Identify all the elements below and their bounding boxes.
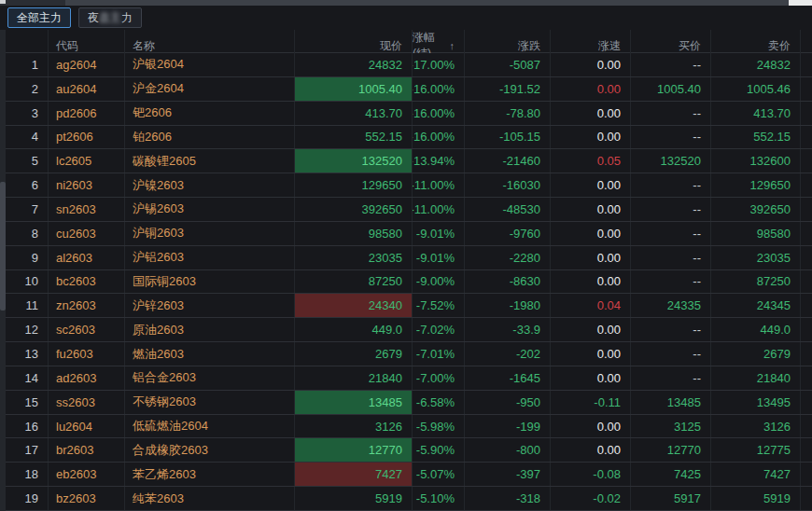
last-price-cell: 3126 [295,415,413,438]
table-row[interactable]: 3pd2606钯2606413.70-16.00%-78.800.00--413… [0,102,812,126]
ask-price-cell: 2679 [711,342,801,366]
change-cell: -5087 [465,53,551,76]
contract-code-cell: pd2606 [49,102,125,125]
change-speed-cell: 0.00 [551,126,631,149]
table-row[interactable]: 7sn2603沪锡2603392650-11.00%-485300.00--39… [0,198,812,222]
table-row[interactable]: 8cu2603沪铜260398580-9.01%-97600.00--98580 [0,222,812,246]
change-speed-cell: 0.00 [551,77,631,101]
table-row[interactable]: 9al2603沪铝260323035-9.01%-22800.00--23035 [0,246,812,270]
row-number: 7 [0,198,49,221]
row-number: 6 [0,173,49,197]
contract-name-cell: 钯2606 [125,102,295,125]
table-row[interactable]: 12sc2603原油2603449.0-7.02%-33.90.00--449.… [0,318,812,342]
last-price-cell: 23035 [295,246,413,269]
change-cell: -950 [465,391,551,414]
change-pct-cell: -9.01% [413,222,465,245]
contract-name-cell: 碳酸锂2605 [125,149,295,173]
table-row[interactable]: 2au2604沪金26041005.40-16.00%-191.520.0010… [0,77,812,102]
change-pct-cell: -5.10% [413,487,465,510]
ask-price-cell: 552.15 [711,126,801,149]
row-number: 10 [0,270,49,294]
contract-name-cell: 沪铜2603 [125,222,295,245]
row-number: 3 [0,102,49,125]
contract-code-cell: ss2603 [49,391,125,414]
last-price-cell: 21840 [295,366,413,390]
row-number: 14 [0,366,49,390]
table-row[interactable]: 19bz2603纯苯26035919-5.10%-318-0.025917591… [0,487,812,511]
change-pct-cell: -11.00% [413,198,465,221]
contract-code-cell: zn2603 [49,294,125,317]
bid-price-cell: -- [631,318,711,341]
ask-price-cell: 12775 [711,438,801,462]
row-number: 13 [0,342,49,366]
table-row[interactable]: 16lu2604低硫燃油26043126-5.98%-1990.00312531… [0,415,812,439]
contract-name-cell: 燃油2603 [125,342,295,366]
table-row[interactable]: 14ad2603铝合金260321840-7.00%-16450.00--218… [0,366,812,391]
tab-all-main-label: 全部主力 [17,11,62,24]
left-scrollbar[interactable] [0,30,6,511]
tab-all-main-contracts[interactable]: 全部主力 [7,7,71,28]
left-scrollbar-thumb[interactable] [0,182,6,311]
table-body: 1ag2604沪银260424832-17.00%-50870.00--2483… [0,53,812,511]
change-cell: -1645 [465,366,551,390]
row-spacer [801,270,812,294]
contract-code-cell: eb2603 [49,463,125,486]
contract-name-cell: 国际铜2603 [125,270,295,294]
change-speed-cell: 0.00 [551,173,631,197]
contract-code-cell: sn2603 [49,198,125,221]
contract-name-cell: 沪铝2603 [125,246,295,269]
change-pct-cell: -17.00% [413,53,465,76]
table-header: 代码 名称 现价 涨幅(结)↑ 涨跌 涨速 买价 卖价 [0,30,812,53]
contract-name-cell: 沪锡2603 [125,198,295,221]
change-pct-cell: -5.90% [413,438,465,462]
change-pct-cell: -5.98% [413,415,465,438]
ask-price-cell: 24345 [711,294,801,317]
bid-price-cell: 1005.40 [631,77,711,101]
table-row[interactable]: 1ag2604沪银260424832-17.00%-50870.00--2483… [0,53,812,77]
change-speed-cell: 0.00 [551,342,631,366]
last-price-cell: 98580 [295,222,413,245]
change-speed-cell: -0.02 [551,487,631,510]
change-pct-cell: -7.52% [413,294,465,317]
table-row[interactable]: 11zn2603沪锌260324340-7.52%-19800.04243352… [0,294,812,318]
ask-price-cell: 132600 [711,149,801,173]
row-spacer [801,102,812,125]
ask-price-cell: 1005.46 [711,77,801,101]
last-price-cell: 129650 [295,173,413,197]
table-row[interactable]: 10bc2603国际铜260387250-9.00%-86300.00--872… [0,270,812,295]
row-spacer [801,342,812,366]
ask-price-cell: 87250 [711,270,801,294]
ask-price-cell: 5919 [711,487,801,510]
ask-price-cell: 98580 [711,222,801,245]
contract-name-cell: 低硫燃油2604 [125,415,295,438]
row-number: 19 [0,487,49,510]
row-spacer [801,463,812,486]
change-cell: -78.80 [465,102,551,125]
row-number: 8 [0,222,49,245]
tab-night-main-contracts[interactable]: 夜盘主力 [78,7,142,28]
change-speed-cell: 0.00 [551,318,631,341]
change-speed-cell: 0.00 [551,198,631,221]
table-row[interactable]: 13fu2603燃油26032679-7.01%-2020.00--2679 [0,342,812,366]
row-number: 18 [0,463,49,486]
tab-night-label-start: 夜 [88,11,99,24]
row-number: 5 [0,149,49,173]
ask-price-cell: 24832 [711,53,801,76]
table-row[interactable]: 17br2603合成橡胶260312770-5.90%-8000.0012770… [0,438,812,463]
last-price-cell: 1005.40 [295,77,413,101]
last-price-cell: 24340 [295,294,413,317]
table-row[interactable]: 5lc2605碳酸锂2605132520-13.94%-214600.05132… [0,149,812,173]
table-row[interactable]: 4pt2606铂2606552.15-16.00%-105.150.00--55… [0,126,812,150]
table-row[interactable]: 15ss2603不锈钢260313485-6.58%-950-0.1113485… [0,391,812,415]
table-row[interactable]: 18eb2603苯乙烯26037427-5.07%-397-0.08742574… [0,463,812,487]
contract-code-cell: pt2606 [49,126,125,149]
last-price-cell: 2679 [295,342,413,366]
row-spacer [801,415,812,438]
table-row[interactable]: 6ni2603沪镍2603129650-11.00%-160300.00--12… [0,173,812,198]
contract-name-cell: 苯乙烯2603 [125,463,295,486]
change-speed-cell: 0.00 [551,270,631,294]
change-speed-cell: 0.00 [551,102,631,125]
last-price-cell: 132520 [295,149,413,173]
tab-night-label-blurred: 盘主 [99,11,121,24]
contract-code-cell: br2603 [49,438,125,462]
